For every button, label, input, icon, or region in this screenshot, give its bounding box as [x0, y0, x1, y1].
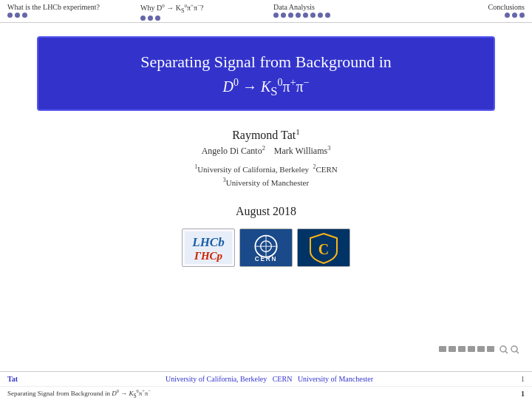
nav-dot [148, 16, 153, 21]
nav-dot [273, 13, 279, 18]
nav-dot [505, 13, 510, 18]
nav-dot [325, 13, 330, 18]
bottom-bar: Tat University of California, Berkeley C… [0, 371, 532, 400]
nav-section-conclusions: Conclusions [399, 3, 532, 21]
nav-section-lhcb: What is the LHCb experiment? [0, 3, 133, 21]
slide-nav-icons[interactable] [439, 344, 522, 354]
cern-logo: CERN [239, 228, 293, 267]
nav-dot [7, 13, 13, 18]
svg-point-19 [511, 346, 517, 352]
svg-text:ГНСр: ГНСр [194, 250, 223, 262]
top-navigation: What is the LHCb experiment? Why D0 → KS… [0, 0, 532, 23]
nav-dot [512, 13, 517, 18]
nav-dot [15, 13, 20, 18]
nav-section-data: Data Analysis [266, 3, 399, 21]
bottom-affiliations: University of California, Berkeley CERN … [18, 375, 521, 383]
nav-dot [281, 13, 286, 18]
nav-section-1-title: What is the LHCb experiment? [7, 3, 126, 11]
svg-line-20 [516, 351, 519, 353]
lhcb-logo: LHCb ГНСр [182, 228, 235, 267]
logos-row: LHCb ГНСр CERN [182, 228, 350, 267]
bottom-top-row: Tat University of California, Berkeley C… [0, 372, 532, 387]
bottom-bottom-row: Separating Signal from Background in D0 … [0, 387, 532, 400]
main-author: Raymond Tat1 [194, 127, 337, 142]
nav-dots-2 [140, 16, 259, 21]
nav-dot [140, 16, 146, 21]
nav-dot [288, 13, 293, 18]
authors-section: Raymond Tat1 Angelo Di Canto2 Mark Willi… [194, 127, 337, 197]
nav-dot [318, 13, 323, 18]
nav-section-why: Why D0 → KS0π+π−? [133, 3, 266, 21]
svg-text:LHCb: LHCb [191, 235, 224, 249]
nav-dot [22, 13, 27, 18]
svg-point-17 [500, 346, 506, 352]
ucberkeley-logo: C [297, 228, 350, 267]
svg-rect-12 [449, 346, 456, 352]
nav-dot [303, 13, 308, 18]
bottom-author: Tat [7, 375, 18, 383]
date: August 2018 [236, 205, 296, 218]
svg-rect-16 [487, 346, 494, 352]
nav-dot [310, 13, 316, 18]
nav-dots-1 [7, 13, 126, 18]
bottom-affil2: CERN [273, 375, 293, 383]
nav-dot [519, 13, 525, 18]
nav-dot [296, 13, 301, 18]
slide-title-line1: Separating Signal from Background in [56, 51, 476, 74]
slide-title-line2: D0 → KS0π+π− [56, 77, 476, 99]
nav-dots-3 [273, 13, 392, 18]
svg-text:C: C [318, 241, 329, 257]
nav-dot [155, 16, 160, 21]
affiliations: 1University of California, Berkeley 2CER… [194, 163, 337, 190]
svg-line-18 [505, 351, 508, 353]
bottom-affil1: University of California, Berkeley [166, 375, 267, 383]
svg-rect-15 [477, 346, 485, 352]
nav-section-3-title: Data Analysis [273, 3, 392, 11]
bottom-affil3: University of Manchester [298, 375, 373, 383]
bottom-page-number: 1 [521, 375, 525, 383]
svg-rect-11 [439, 346, 446, 352]
nav-dots-4 [406, 13, 525, 18]
slide-number: 1 [521, 390, 525, 398]
nav-section-4-title: Conclusions [406, 3, 525, 11]
svg-rect-13 [458, 346, 466, 352]
bottom-subtitle: Separating Signal from Background in D0 … [7, 388, 521, 399]
slide-title-box: Separating Signal from Background in D0 … [37, 36, 495, 110]
nav-section-2-title: Why D0 → KS0π+π−? [140, 3, 259, 14]
co-authors: Angelo Di Canto2 Mark Williams3 [194, 145, 337, 157]
svg-text:CERN: CERN [255, 256, 278, 262]
svg-rect-14 [468, 346, 475, 352]
slide-content: Separating Signal from Background in D0 … [0, 23, 532, 355]
